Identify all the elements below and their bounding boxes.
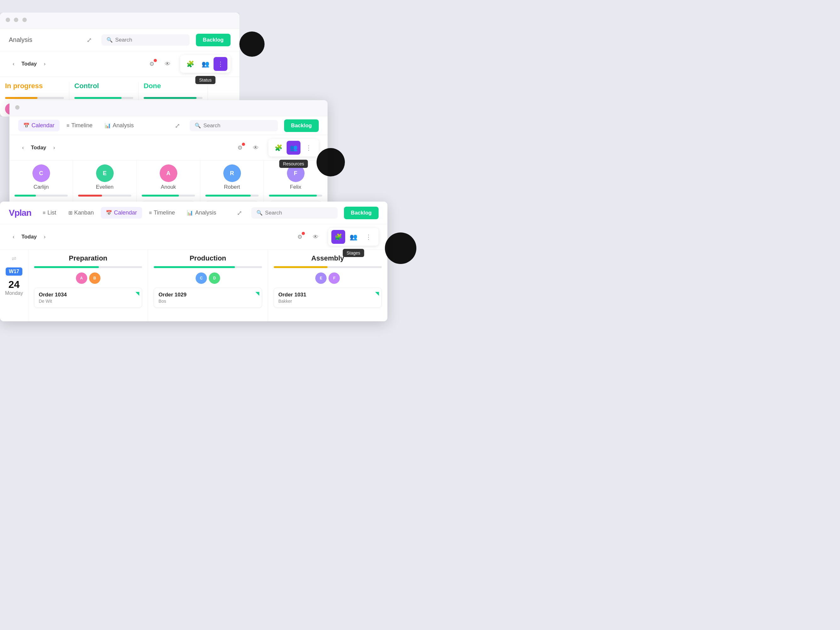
filter-icons-2: ⚙ 👁 <box>234 142 261 153</box>
next-arrow-3[interactable]: › <box>40 232 49 242</box>
backlog-button-3[interactable]: Backlog <box>344 207 379 219</box>
kanban-icon-3: ⊞ <box>68 210 73 216</box>
expand-icon-3[interactable]: ⤢ <box>234 207 245 219</box>
dot-red <box>6 17 10 22</box>
tab-timeline-label-2: Timeline <box>71 122 92 129</box>
prev-arrow-2[interactable]: ‹ <box>18 143 28 152</box>
avatar-evelien: E <box>96 164 114 182</box>
person-col-carlijn: C Carlijn <box>9 161 73 207</box>
search-icon-1: 🔍 <box>106 37 113 43</box>
stage-col-assembly: Assembly E F Order 1031 Bakker ◥ <box>268 250 387 321</box>
tab-analysis-2[interactable]: 📊 Analysis <box>99 120 139 131</box>
tab-timeline-2[interactable]: ≡ Timeline <box>62 120 98 131</box>
next-arrow-1[interactable]: › <box>40 59 49 69</box>
fill-carlijn <box>14 195 36 197</box>
search-input-2[interactable] <box>204 123 273 129</box>
list-icon-3: ≡ <box>43 210 45 216</box>
backlog-button-2[interactable]: Backlog <box>284 119 319 132</box>
progress-bar-inprogress <box>5 97 64 99</box>
status-btn-1[interactable]: ⋮ <box>213 57 227 71</box>
more-btn-3[interactable]: ⋮ <box>362 230 376 244</box>
search-input-3[interactable] <box>265 210 333 216</box>
filter-icon-2[interactable]: ⚙ <box>234 142 246 153</box>
progress-carlijn <box>14 195 68 197</box>
fill-preparation <box>34 266 99 268</box>
top-bar-2: 📅 Calendar ≡ Timeline 📊 Analysis ⤢ 🔍 Bac… <box>9 116 328 135</box>
order-sub-1034: De Wit <box>39 298 137 304</box>
group-btn-1[interactable]: 👥 <box>199 57 212 71</box>
day-name-3: Monday <box>5 291 23 296</box>
analysis-icon-2: 📊 <box>104 123 111 128</box>
tab-calendar-2[interactable]: 📅 Calendar <box>18 120 60 131</box>
window-dots-row-1 <box>0 13 239 28</box>
dot2-red <box>15 105 19 110</box>
nav-prev-next-1: ‹ Today › <box>9 59 49 69</box>
action-toolbar-1: 🧩 👥 ⋮ Status <box>180 55 231 73</box>
week-badge-3: W17 <box>6 267 22 276</box>
today-label-3[interactable]: Today <box>21 234 37 240</box>
window-3: Vplan ≡ List ⊞ Kanban 📅 Calendar ≡ Timel… <box>0 202 387 321</box>
puzzle-btn-1[interactable]: 🧩 <box>183 57 197 71</box>
eye-icon-2[interactable]: 👁 <box>250 142 261 153</box>
sub-toolbar-3: ‹ Today › ⚙ 👁 🧩 👥 ⋮ Stages <box>0 224 387 250</box>
search-input-1[interactable] <box>115 37 185 43</box>
filter-icon-3[interactable]: ⚙ <box>294 231 306 243</box>
order-sub-1031: Bakker <box>278 298 377 304</box>
window-title-1: Analysis <box>9 36 32 43</box>
tab-timeline-label-3: Timeline <box>154 210 175 216</box>
shuffle-icon-3[interactable]: ⇌ <box>8 253 20 264</box>
tab-calendar-3[interactable]: 📅 Calendar <box>101 207 142 219</box>
tab-kanban-3[interactable]: ⊞ Kanban <box>63 207 99 219</box>
group-btn-2[interactable]: 👥 <box>287 141 300 155</box>
today-label-2[interactable]: Today <box>31 145 46 151</box>
expand-icon-2[interactable]: ⤢ <box>172 120 183 131</box>
action-toolbar-2: 🧩 👥 ⋮ Resources <box>268 139 319 156</box>
progress-production <box>154 266 262 268</box>
search-icon-3: 🔍 <box>256 210 263 216</box>
stages-tooltip-3: Stages <box>343 249 364 257</box>
today-label-1[interactable]: Today <box>21 61 37 67</box>
order-card-1029: Order 1029 Bos ◥ <box>154 287 262 308</box>
tab-list-label-3: List <box>47 210 56 216</box>
expand-icon-1[interactable]: ⤢ <box>84 34 95 46</box>
tab-list-3[interactable]: ≡ List <box>38 207 61 219</box>
top-bar-3: Vplan ≡ List ⊞ Kanban 📅 Calendar ≡ Timel… <box>0 202 387 224</box>
prev-arrow-3[interactable]: ‹ <box>9 232 18 242</box>
corner-arrow-1031: ◥ <box>375 291 379 297</box>
eye-icon-1[interactable]: 👁 <box>162 58 173 69</box>
prev-arrow-1[interactable]: ‹ <box>9 59 18 69</box>
day-number-3: 24 <box>8 279 20 291</box>
tab-kanban-label-3: Kanban <box>74 210 94 216</box>
progress-robert <box>205 195 259 197</box>
fill-evelien <box>78 195 102 197</box>
person-header-robert: R Robert <box>205 164 259 190</box>
filter-badge-2 <box>242 143 245 146</box>
order-sub-1029: Bos <box>158 298 257 304</box>
puzzle-btn-3[interactable]: 🧩 <box>332 230 345 244</box>
tab-analysis-3[interactable]: 📊 Analysis <box>182 207 221 219</box>
filter-icons-3: ⚙ 👁 <box>294 231 321 243</box>
more-btn-2[interactable]: ⋮ <box>302 141 316 155</box>
group-btn-3[interactable]: 👥 <box>346 230 360 244</box>
nav-prev-next-2: ‹ Today › <box>18 143 59 152</box>
person-header-evelien: E Evelien <box>78 164 131 190</box>
progress-fill-inprogress <box>5 97 38 99</box>
nav-prev-next-3: ‹ Today › <box>9 232 49 242</box>
analysis-icon-3: 📊 <box>187 210 193 216</box>
timeline-icon-2: ≡ <box>66 123 69 128</box>
eye-icon-3[interactable]: 👁 <box>310 231 321 243</box>
progress-fill-control <box>74 97 122 99</box>
filter-icon-1[interactable]: ⚙ <box>146 58 158 69</box>
progress-evelien <box>78 195 131 197</box>
progress-fill-done <box>144 97 197 99</box>
puzzle-btn-2[interactable]: 🧩 <box>272 141 285 155</box>
backlog-button-1[interactable]: Backlog <box>196 34 231 46</box>
timeline-icon-3: ≡ <box>149 210 152 216</box>
order-title-1031: Order 1031 <box>278 292 377 298</box>
next-arrow-2[interactable]: › <box>49 143 59 152</box>
tab-timeline-3[interactable]: ≡ Timeline <box>144 207 180 219</box>
person-header-felix: F Felix <box>269 164 322 190</box>
order-card-1031: Order 1031 Bakker ◥ <box>274 287 382 308</box>
progress-bar-control <box>74 97 133 99</box>
progress-bar-done <box>144 97 202 99</box>
